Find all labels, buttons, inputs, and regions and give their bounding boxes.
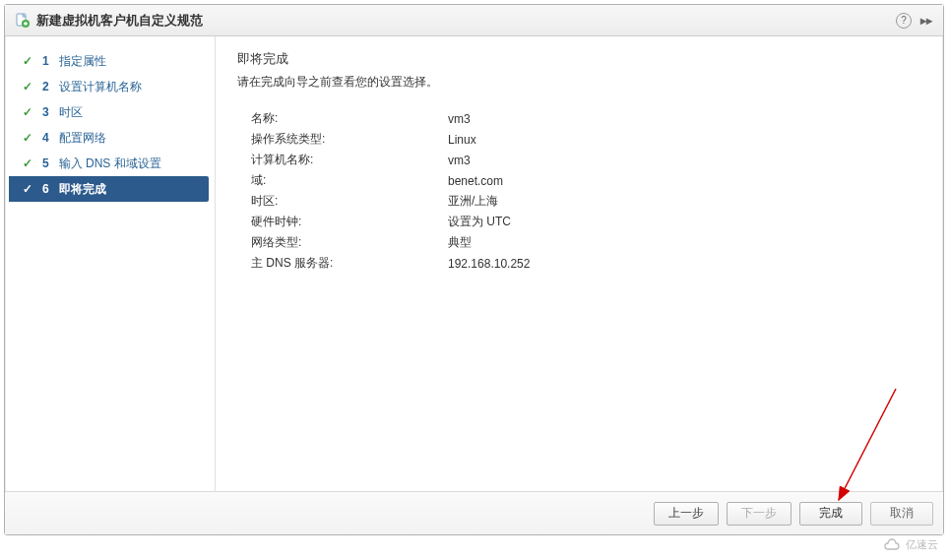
content-subtitle: 请在完成向导之前查看您的设置选择。 [237, 74, 921, 91]
summary-row-network-type: 网络类型: 典型 [251, 232, 921, 253]
titlebar: 新建虚拟机客户机自定义规范 ? ▸▸ [5, 5, 943, 36]
summary-row-hardware-clock: 硬件时钟: 设置为 UTC [251, 212, 921, 232]
step-number: 3 [42, 105, 49, 119]
check-icon: ✓ [21, 80, 34, 93]
step-configure-network[interactable]: ✓ 4 配置网络 [5, 125, 215, 151]
summary-row-name: 名称: vm3 [251, 108, 921, 129]
summary-row-domain: 域: benet.com [251, 170, 921, 191]
summary-value: Linux [448, 133, 476, 147]
summary-value: 亚洲/上海 [448, 193, 498, 210]
step-computer-name[interactable]: ✓ 2 设置计算机名称 [5, 74, 215, 99]
wizard-dialog: 新建虚拟机客户机自定义规范 ? ▸▸ ✓ 1 指定属性 ✓ 2 设置计算机名称 … [4, 4, 944, 535]
step-dns-domain[interactable]: ✓ 5 输入 DNS 和域设置 [5, 151, 215, 176]
summary-row-computer-name: 计算机名称: vm3 [251, 150, 921, 170]
step-specify-properties[interactable]: ✓ 1 指定属性 [5, 48, 215, 74]
summary-value: benet.com [448, 174, 503, 188]
step-number: 1 [42, 54, 49, 68]
step-number: 4 [42, 131, 49, 145]
watermark: 亿速云 [876, 535, 944, 554]
summary-value: 192.168.10.252 [448, 257, 530, 271]
summary-label: 操作系统类型: [251, 131, 448, 148]
cloud-icon [882, 538, 902, 552]
summary-label: 计算机名称: [251, 152, 448, 168]
summary-label: 主 DNS 服务器: [251, 255, 448, 272]
check-icon: ✓ [21, 182, 34, 196]
summary-table: 名称: vm3 操作系统类型: Linux 计算机名称: vm3 域: bene… [251, 108, 921, 274]
summary-row-dns-server: 主 DNS 服务器: 192.168.10.252 [251, 253, 921, 274]
summary-value: vm3 [448, 112, 471, 126]
dialog-footer: 上一步 下一步 完成 取消 [5, 491, 943, 534]
dialog-body: ✓ 1 指定属性 ✓ 2 设置计算机名称 ✓ 3 时区 ✓ 4 配置网络 ✓ 5 [5, 36, 943, 491]
finish-button[interactable]: 完成 [799, 502, 862, 526]
check-icon: ✓ [21, 105, 34, 119]
step-label: 时区 [59, 104, 83, 121]
back-button[interactable]: 上一步 [654, 502, 719, 526]
step-label: 配置网络 [59, 130, 106, 147]
summary-row-os-type: 操作系统类型: Linux [251, 129, 921, 150]
summary-label: 时区: [251, 193, 448, 210]
dialog-title: 新建虚拟机客户机自定义规范 [36, 12, 203, 30]
wizard-steps-sidebar: ✓ 1 指定属性 ✓ 2 设置计算机名称 ✓ 3 时区 ✓ 4 配置网络 ✓ 5 [5, 36, 216, 491]
step-label: 输入 DNS 和域设置 [59, 156, 161, 172]
document-add-icon [15, 13, 31, 29]
summary-value: vm3 [448, 154, 471, 167]
step-label: 设置计算机名称 [59, 79, 142, 95]
watermark-text: 亿速云 [906, 537, 938, 552]
step-number: 6 [42, 182, 49, 196]
summary-label: 名称: [251, 110, 448, 127]
summary-label: 网络类型: [251, 234, 448, 251]
step-timezone[interactable]: ✓ 3 时区 [5, 99, 215, 125]
content-title: 即将完成 [237, 50, 921, 68]
step-ready-to-complete[interactable]: ✓ 6 即将完成 [9, 176, 209, 202]
summary-label: 域: [251, 172, 448, 189]
titlebar-left: 新建虚拟机客户机自定义规范 [15, 12, 203, 30]
help-icon[interactable]: ? [896, 13, 912, 29]
summary-value: 典型 [448, 234, 472, 251]
step-label: 指定属性 [59, 53, 106, 70]
next-button: 下一步 [727, 502, 792, 526]
titlebar-right: ? ▸▸ [896, 13, 933, 29]
summary-label: 硬件时钟: [251, 214, 448, 230]
step-number: 5 [42, 156, 49, 170]
check-icon: ✓ [21, 156, 34, 170]
expand-icon[interactable]: ▸▸ [919, 14, 933, 28]
check-icon: ✓ [21, 54, 34, 68]
step-label: 即将完成 [59, 181, 106, 198]
summary-value: 设置为 UTC [448, 214, 511, 230]
check-icon: ✓ [21, 131, 34, 145]
cancel-button[interactable]: 取消 [870, 502, 933, 526]
summary-row-timezone: 时区: 亚洲/上海 [251, 191, 921, 212]
step-number: 2 [42, 80, 49, 93]
wizard-content: 即将完成 请在完成向导之前查看您的设置选择。 名称: vm3 操作系统类型: L… [216, 36, 943, 491]
